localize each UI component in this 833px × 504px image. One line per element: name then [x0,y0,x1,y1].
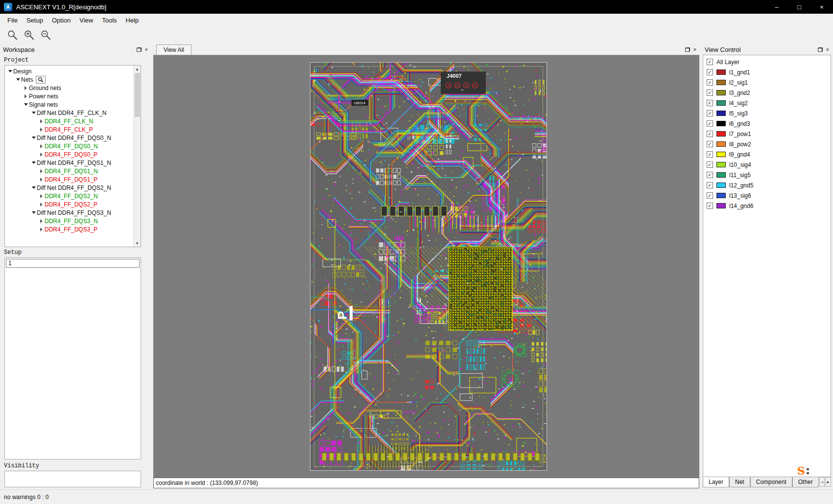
tab-view-all[interactable]: View All [156,45,191,55]
workspace-float-icon[interactable] [137,47,142,52]
expander-icon[interactable] [38,118,45,124]
zoom-out-button[interactable] [39,28,52,41]
expander-icon[interactable] [38,126,45,133]
view-control-close-icon[interactable]: × [826,47,829,52]
expander-icon[interactable] [38,193,45,199]
layer-checkbox[interactable]: ✓ [707,120,713,127]
menu-option[interactable]: Option [48,15,75,25]
minimize-icon[interactable]: – [765,0,788,14]
view-control-float-icon[interactable] [818,47,823,52]
tree-item[interactable]: Diff Net DDR4_FF_DQS3_N [6,208,133,217]
tree-item[interactable]: DDR4_FF_DQS2_N [6,192,133,200]
layer-checkbox[interactable]: ✓ [707,141,713,147]
view-float-icon[interactable] [685,47,690,52]
scroll-down-icon[interactable]: ▼ [134,240,141,247]
menu-help[interactable]: Help [121,15,143,25]
layer-checkbox[interactable]: ✓ [707,203,713,209]
expander-icon[interactable] [38,226,45,232]
layer-checkbox[interactable]: ✓ [707,182,713,188]
expander-icon[interactable] [38,143,45,149]
tree-item[interactable]: Diff Net DDR4_FF_DQS1_N [6,159,133,167]
layer-checkbox[interactable]: ✓ [707,90,713,96]
tree-item[interactable]: Diff Net DDR4_FF_DQS2_N [6,183,133,192]
expander-icon[interactable] [23,85,29,91]
menu-file[interactable]: File [3,15,22,25]
layer-row[interactable]: ✓l12_gnd5 [703,180,831,190]
view-close-icon[interactable]: × [693,47,696,52]
expander-icon[interactable] [38,218,45,224]
tree-scrollbar[interactable]: ▲ ▼ [133,66,141,247]
tree-item[interactable]: DDR4_FF_DQS1_N [6,167,133,175]
layer-row[interactable]: ✓l1_gnd1 [703,67,831,77]
layer-row[interactable]: ✓l3_gnd2 [703,88,831,98]
expander-icon[interactable] [23,101,29,108]
zoom-button[interactable] [6,28,19,41]
tab-next-icon[interactable]: ► [825,477,831,487]
setup-item[interactable]: 1 [6,259,140,268]
pcb-viewport[interactable] [153,55,699,478]
expander-icon[interactable] [30,209,37,216]
expander-icon[interactable] [38,201,45,207]
layer-checkbox[interactable]: ✓ [707,79,713,86]
menu-view[interactable]: View [75,15,97,25]
expander-icon[interactable] [30,110,37,116]
layer-checkbox[interactable]: ✓ [707,69,713,75]
layer-checkbox[interactable]: ✓ [707,59,713,65]
layer-row[interactable]: ✓l9_gnd4 [703,149,831,160]
layer-row[interactable]: ✓l2_sig1 [703,77,831,88]
layer-row[interactable]: ✓l4_sig2 [703,98,831,108]
workspace-close-icon[interactable]: × [145,47,148,52]
tree-item[interactable]: Diff Net DDR4_FF_CLK_N [6,109,133,117]
tree-item[interactable]: DDR4_FF_DQS3_P [6,225,133,233]
tree-item[interactable]: DDR4_FF_DQS1_P [6,175,133,183]
menu-tools[interactable]: Tools [97,15,121,25]
layer-checkbox[interactable]: ✓ [707,100,713,106]
tab-prev-icon[interactable]: ◄ [819,477,825,487]
tree-item[interactable]: Design [6,67,133,75]
expander-icon[interactable] [38,151,45,158]
tree-item[interactable]: DDR4_FF_CLK_P [6,125,133,134]
layer-row[interactable]: ✓l11_sig5 [703,170,831,180]
tree-item[interactable]: DDR4_FF_CLK_N [6,117,133,125]
net-search-button[interactable] [36,76,46,84]
layer-row[interactable]: ✓l10_sig4 [703,160,831,170]
tree-item[interactable]: DDR4_FF_DQS0_P [6,150,133,159]
tree-item[interactable]: DDR4_FF_DQS3_N [6,217,133,225]
layer-row[interactable]: ✓l8_pow2 [703,139,831,149]
zoom-in-button[interactable] [23,28,35,41]
close-icon[interactable]: × [810,0,833,14]
tree-item[interactable]: DDR4_FF_DQS2_P [6,200,133,208]
layer-row[interactable]: ✓l6_gnd3 [703,118,831,129]
tab-component[interactable]: Component [750,477,792,487]
expander-icon[interactable] [30,184,37,191]
expander-icon[interactable] [30,160,37,166]
expander-icon[interactable] [7,68,13,74]
expander-icon[interactable] [38,168,45,174]
layer-checkbox[interactable]: ✓ [707,172,713,178]
tree-item[interactable]: Power nets [6,92,133,100]
tree-item[interactable]: Signal nets [6,100,133,109]
layer-checkbox[interactable]: ✓ [707,110,713,116]
tree-item[interactable]: Ground nets [6,84,133,92]
expander-icon[interactable] [23,93,29,99]
tab-layer[interactable]: Layer [703,477,729,487]
layer-checkbox[interactable]: ✓ [707,131,713,137]
layer-row[interactable]: ✓l7_pow1 [703,129,831,139]
tab-net[interactable]: Net [729,477,750,487]
tree-item[interactable]: DDR4_FF_DQS0_N [6,142,133,150]
pcb-canvas[interactable] [153,55,699,478]
layer-row[interactable]: ✓l5_sig3 [703,108,831,118]
menu-setup[interactable]: Setup [22,15,48,25]
layer-row[interactable]: ✓l14_gnd6 [703,201,831,211]
layer-row[interactable]: ✓l13_sig6 [703,190,831,201]
layer-checkbox[interactable]: ✓ [707,151,713,158]
tree-item[interactable]: Nets [6,75,133,84]
tab-other[interactable]: Other [792,477,819,487]
scroll-up-icon[interactable]: ▲ [134,66,141,72]
expander-icon[interactable] [30,135,37,141]
tree-item[interactable]: Diff Net DDR4_FF_DQS0_N [6,134,133,142]
maximize-icon[interactable]: □ [788,0,810,14]
layer-checkbox[interactable]: ✓ [707,161,713,168]
expander-icon[interactable] [15,76,21,83]
layer-checkbox[interactable]: ✓ [707,192,713,199]
